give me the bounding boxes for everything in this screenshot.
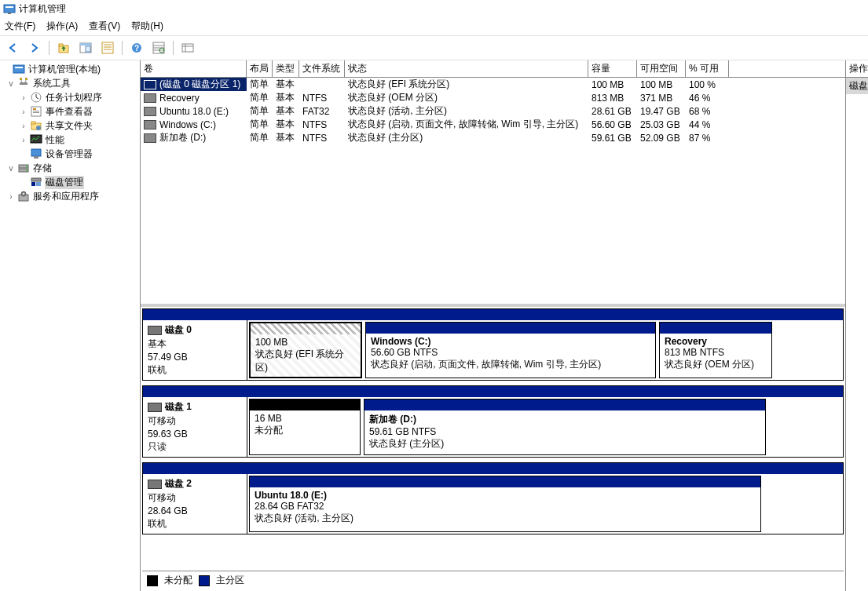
col-filesystem[interactable]: 文件系统 — [299, 60, 345, 77]
volume-free: 371 MB — [637, 93, 686, 104]
disk-box: 磁盘 0基本57.49 GB联机100 MB状态良好 (EFI 系统分区)Win… — [142, 308, 844, 381]
col-volume[interactable]: 卷 — [141, 60, 247, 77]
tree-event-viewer[interactable]: › 事件查看器 — [0, 104, 140, 119]
collapse-icon[interactable]: v — [6, 163, 16, 173]
disk-info[interactable]: 磁盘 0基本57.49 GB联机 — [143, 320, 247, 380]
properties-button[interactable] — [76, 38, 95, 57]
partition-size: 59.61 GB NTFS — [369, 426, 436, 437]
col-layout[interactable]: 布局 — [247, 60, 273, 77]
tree-services-apps[interactable]: › 服务和应用程序 — [0, 189, 140, 203]
help-button[interactable]: ? — [127, 38, 146, 57]
actions-item[interactable]: 磁盘 — [846, 78, 868, 94]
expand-icon[interactable]: › — [19, 107, 28, 116]
menu-view[interactable]: 查看(V) — [84, 18, 125, 35]
back-button[interactable] — [3, 38, 22, 57]
expand-icon[interactable]: › — [19, 93, 28, 102]
partition-status: 状态良好 (活动, 主分区) — [255, 513, 353, 524]
list-view-button[interactable] — [98, 38, 117, 57]
svg-rect-44 — [36, 182, 41, 186]
tree-shared-folders[interactable]: › 共享文件夹 — [0, 119, 140, 133]
toolbar: ? — [0, 35, 868, 60]
volume-capacity: 56.60 GB — [588, 119, 637, 130]
detail-view-button[interactable] — [149, 38, 168, 57]
forward-button[interactable] — [25, 38, 44, 57]
volume-icon — [144, 80, 156, 89]
svg-point-41 — [26, 170, 27, 171]
partition[interactable]: 100 MB状态良好 (EFI 系统分区) — [249, 322, 362, 378]
svg-rect-42 — [31, 178, 41, 181]
partition-row: 100 MB状态良好 (EFI 系统分区)Windows (C:)56.60 G… — [247, 320, 843, 380]
volume-fs: NTFS — [299, 133, 345, 144]
tree-task-scheduler[interactable]: › 任务计划程序 — [0, 90, 140, 104]
volume-name: Windows (C:) — [159, 119, 216, 130]
volume-type: 基本 — [273, 91, 299, 104]
volume-layout: 简单 — [247, 104, 273, 118]
collapse-icon[interactable]: v — [6, 78, 16, 88]
disk-info[interactable]: 磁盘 2可移动28.64 GB联机 — [143, 474, 247, 534]
expand-icon[interactable] — [2, 64, 11, 74]
partition-bar — [250, 399, 360, 410]
partition-title: Windows (C:) — [371, 336, 431, 347]
col-status[interactable]: 状态 — [345, 60, 588, 77]
svg-rect-26 — [25, 78, 27, 80]
tree-performance[interactable]: › 性能 — [0, 133, 140, 147]
extra-button[interactable] — [178, 38, 197, 57]
volume-pct: 87 % — [686, 133, 729, 144]
volume-pct: 44 % — [686, 119, 729, 130]
volume-name: (磁盘 0 磁盘分区 1) — [159, 78, 240, 91]
tree-root[interactable]: 计算机管理(本地) — [0, 62, 140, 76]
disk-title-bar — [143, 463, 843, 474]
partition-bar — [250, 476, 760, 487]
expand-icon[interactable]: › — [19, 135, 28, 144]
volume-row[interactable]: (磁盘 0 磁盘分区 1)简单基本状态良好 (EFI 系统分区)100 MB10… — [141, 78, 845, 91]
disk-info[interactable]: 磁盘 1可移动59.63 GB只读 — [143, 397, 247, 457]
legend: 未分配 主分区 — [142, 571, 844, 589]
partition-size: 813 MB NTFS — [665, 347, 724, 358]
volume-layout: 简单 — [247, 118, 273, 131]
tree-disk-management[interactable]: 磁盘管理 — [0, 175, 140, 189]
partition-body: 新加卷 (D:)59.61 GB NTFS状态良好 (主分区) — [364, 410, 765, 454]
volume-row[interactable]: Windows (C:)简单基本NTFS状态良好 (启动, 页面文件, 故障转储… — [141, 118, 845, 131]
partition-title: Ubuntu 18.0 (E:) — [255, 490, 327, 501]
menu-help[interactable]: 帮助(H) — [126, 18, 168, 35]
tree-device-manager[interactable]: 设备管理器 — [0, 147, 140, 161]
volume-name: 新加卷 (D:) — [159, 131, 206, 144]
svg-rect-36 — [31, 149, 41, 156]
volume-pct: 68 % — [686, 106, 729, 117]
menu-action[interactable]: 操作(A) — [42, 18, 82, 35]
partition[interactable]: Windows (C:)56.60 GB NTFS状态良好 (启动, 页面文件,… — [365, 322, 656, 378]
expand-icon[interactable]: › — [6, 192, 16, 201]
volume-free: 25.03 GB — [637, 119, 686, 130]
partition[interactable]: 新加卷 (D:)59.61 GB NTFS状态良好 (主分区) — [364, 399, 766, 455]
partition-title: 新加卷 (D:) — [369, 414, 416, 425]
menu-file[interactable]: 文件(F) — [0, 18, 40, 35]
col-pct[interactable]: % 可用 — [686, 60, 729, 77]
legend-swatch-primary — [199, 575, 210, 586]
disk-state: 只读 — [148, 440, 242, 454]
volume-row[interactable]: Ubuntu 18.0 (E:)简单基本FAT32状态良好 (活动, 主分区)2… — [141, 104, 845, 118]
partition[interactable]: Recovery813 MB NTFS状态良好 (OEM 分区) — [659, 322, 772, 378]
svg-point-47 — [23, 193, 24, 195]
actions-header: 操作 — [846, 60, 868, 78]
volume-status: 状态良好 (主分区) — [345, 131, 588, 144]
partition[interactable]: Ubuntu 18.0 (E:)28.64 GB FAT32状态良好 (活动, … — [249, 476, 761, 532]
partition[interactable]: 16 MB未分配 — [249, 399, 361, 455]
col-capacity[interactable]: 容量 — [588, 60, 637, 77]
volume-row[interactable]: Recovery简单基本NTFS状态良好 (OEM 分区)813 MB371 M… — [141, 91, 845, 104]
expand-icon[interactable]: › — [19, 121, 28, 130]
col-free[interactable]: 可用空间 — [637, 60, 686, 77]
volume-status: 状态良好 (启动, 页面文件, 故障转储, Wim 引导, 主分区) — [345, 118, 588, 131]
disk-state: 联机 — [148, 517, 242, 531]
svg-rect-6 — [80, 43, 91, 46]
svg-rect-23 — [15, 67, 23, 68]
volume-type: 基本 — [273, 118, 299, 131]
volume-layout: 简单 — [247, 131, 273, 144]
tree-storage[interactable]: v 存储 — [0, 161, 140, 175]
col-type[interactable]: 类型 — [273, 60, 299, 77]
volume-icon — [144, 120, 156, 130]
volume-row[interactable]: 新加卷 (D:)简单基本NTFS状态良好 (主分区)59.61 GB52.09 … — [141, 131, 845, 144]
up-button[interactable] — [54, 38, 73, 57]
svg-rect-25 — [20, 78, 22, 80]
tree-system-tools[interactable]: v 系统工具 — [0, 76, 140, 90]
partition-body: Ubuntu 18.0 (E:)28.64 GB FAT32状态良好 (活动, … — [250, 487, 760, 531]
